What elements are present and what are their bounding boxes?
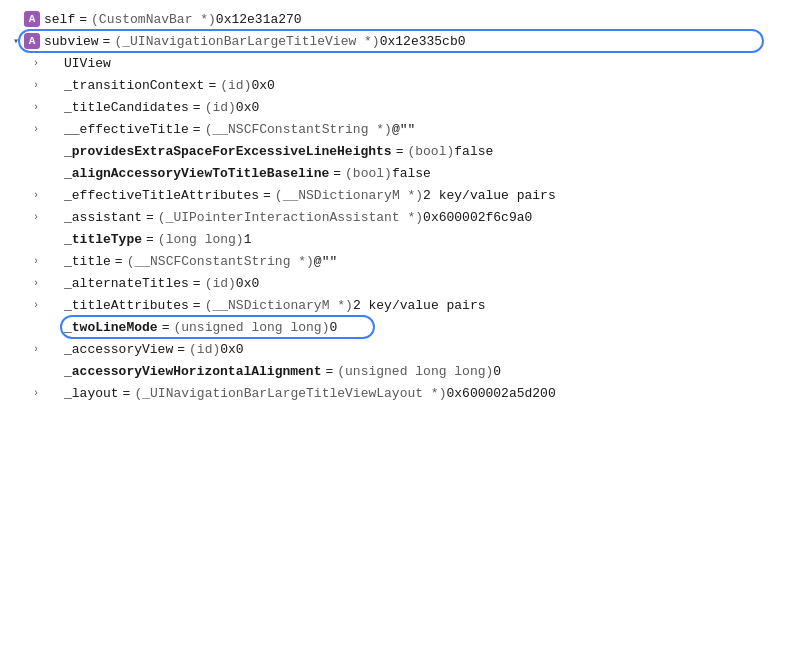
value: 0 (329, 320, 337, 335)
var-name: _titleAttributes (64, 298, 189, 313)
type-info: (__NSCFConstantString *) (205, 122, 392, 137)
accessoryView-row: _accessoryView = (id) 0x0 (0, 338, 792, 360)
effectiveTitle-row: __effectiveTitle = (__NSCFConstantString… (0, 118, 792, 140)
equals-sign: = (396, 144, 404, 159)
toggle-arrow[interactable] (28, 187, 44, 203)
toggle-arrow[interactable] (28, 385, 44, 401)
toggle-arrow[interactable] (28, 209, 44, 225)
layout-row: _layout = (_UINavigationBarLargeTitleVie… (0, 382, 792, 404)
value: @"" (392, 122, 415, 137)
value: 0x0 (236, 276, 259, 291)
row-content: _twoLineMode = (unsigned long long) 0 (64, 320, 337, 335)
row-content: _accessoryViewHorizontalAlignment = (uns… (64, 364, 501, 379)
alternateTitles-row: _alternateTitles = (id) 0x0 (0, 272, 792, 294)
type-info: (__NSCFConstantString *) (127, 254, 314, 269)
value: 0x0 (236, 100, 259, 115)
titleType-row: _titleType = (long long) 1 (0, 228, 792, 250)
equals-sign: = (325, 364, 333, 379)
row-content: _title = (__NSCFConstantString *) @"" (64, 254, 337, 269)
row-content: _titleType = (long long) 1 (64, 232, 251, 247)
alignAccessory-row: _alignAccessoryViewToTitleBaseline = (bo… (0, 162, 792, 184)
type-info: (_UINavigationBarLargeTitleViewLayout *) (134, 386, 446, 401)
type-badge: A (24, 11, 40, 27)
row-content: self = (CustomNavBar *) 0x12e31a270 (44, 12, 302, 27)
toggle-arrow[interactable] (28, 99, 44, 115)
equals-sign: = (162, 320, 170, 335)
equals-sign: = (115, 254, 123, 269)
var-name: _titleCandidates (64, 100, 189, 115)
equals-sign: = (146, 232, 154, 247)
equals-sign: = (193, 298, 201, 313)
subview-row: Asubview = (_UINavigationBarLargeTitleVi… (0, 30, 792, 52)
transitionContext-row: _transitionContext = (id) 0x0 (0, 74, 792, 96)
var-name: UIView (64, 56, 111, 71)
type-info: (_UINavigationBarLargeTitleView *) (114, 34, 379, 49)
type-info: (id) (205, 276, 236, 291)
titleCandidates-row: _titleCandidates = (id) 0x0 (0, 96, 792, 118)
value: 2 key/value pairs (353, 298, 486, 313)
accessoryViewH-row: _accessoryViewHorizontalAlignment = (uns… (0, 360, 792, 382)
row-content: _alternateTitles = (id) 0x0 (64, 276, 259, 291)
value: false (454, 144, 493, 159)
type-info: (_UIPointerInteractionAssistant *) (158, 210, 423, 225)
var-name: _providesExtraSpaceForExcessiveLineHeigh… (64, 144, 392, 159)
effectiveTitleAttrs-row: _effectiveTitleAttributes = (__NSDiction… (0, 184, 792, 206)
type-info: (__NSDictionaryM *) (205, 298, 353, 313)
row-content: __effectiveTitle = (__NSCFConstantString… (64, 122, 415, 137)
equals-sign: = (123, 386, 131, 401)
equals-sign: = (193, 122, 201, 137)
equals-sign: = (103, 34, 111, 49)
value: 0x0 (220, 342, 243, 357)
toggle-arrow[interactable] (28, 275, 44, 291)
var-name: _twoLineMode (64, 320, 158, 335)
type-badge: A (24, 33, 40, 49)
row-content: _alignAccessoryViewToTitleBaseline = (bo… (64, 166, 431, 181)
type-info: (unsigned long long) (337, 364, 493, 379)
equals-sign: = (177, 342, 185, 357)
row-content: subview = (_UINavigationBarLargeTitleVie… (44, 34, 466, 49)
var-name: _title (64, 254, 111, 269)
equals-sign: = (333, 166, 341, 181)
value: false (392, 166, 431, 181)
equals-sign: = (193, 100, 201, 115)
row-content: _providesExtraSpaceForExcessiveLineHeigh… (64, 144, 493, 159)
toggle-arrow[interactable] (28, 77, 44, 93)
var-name: _assistant (64, 210, 142, 225)
value: 0 (493, 364, 501, 379)
self-row: Aself = (CustomNavBar *) 0x12e31a270 (0, 8, 792, 30)
var-name: _transitionContext (64, 78, 204, 93)
equals-sign: = (263, 188, 271, 203)
var-name: __effectiveTitle (64, 122, 189, 137)
providesExtra-row: _providesExtraSpaceForExcessiveLineHeigh… (0, 140, 792, 162)
var-name: self (44, 12, 75, 27)
toggle-arrow[interactable] (28, 253, 44, 269)
value: 0x600002a5d200 (446, 386, 555, 401)
toggle-arrow[interactable] (28, 121, 44, 137)
var-name: subview (44, 34, 99, 49)
title-row: _title = (__NSCFConstantString *) @"" (0, 250, 792, 272)
value: 1 (244, 232, 252, 247)
type-info: (__NSDictionaryM *) (275, 188, 423, 203)
value: 2 key/value pairs (423, 188, 556, 203)
type-info: (id) (189, 342, 220, 357)
value: 0x12e335cb0 (380, 34, 466, 49)
equals-sign: = (79, 12, 87, 27)
type-info: (id) (220, 78, 251, 93)
row-content: UIView (64, 56, 111, 71)
row-content: _transitionContext = (id) 0x0 (64, 78, 275, 93)
var-name: _titleType (64, 232, 142, 247)
toggle-arrow[interactable] (8, 33, 24, 49)
row-content: _effectiveTitleAttributes = (__NSDiction… (64, 188, 556, 203)
assistant-row: _assistant = (_UIPointerInteractionAssis… (0, 206, 792, 228)
toggle-arrow[interactable] (28, 297, 44, 313)
toggle-arrow[interactable] (28, 341, 44, 357)
var-name: _accessoryViewHorizontalAlignment (64, 364, 321, 379)
toggle-arrow[interactable] (28, 55, 44, 71)
debugger-container: Aself = (CustomNavBar *) 0x12e31a270Asub… (0, 0, 792, 412)
type-info: (CustomNavBar *) (91, 12, 216, 27)
equals-sign: = (208, 78, 216, 93)
var-name: _alternateTitles (64, 276, 189, 291)
type-info: (bool) (407, 144, 454, 159)
row-content: _layout = (_UINavigationBarLargeTitleVie… (64, 386, 556, 401)
titleAttributes-row: _titleAttributes = (__NSDictionaryM *) 2… (0, 294, 792, 316)
